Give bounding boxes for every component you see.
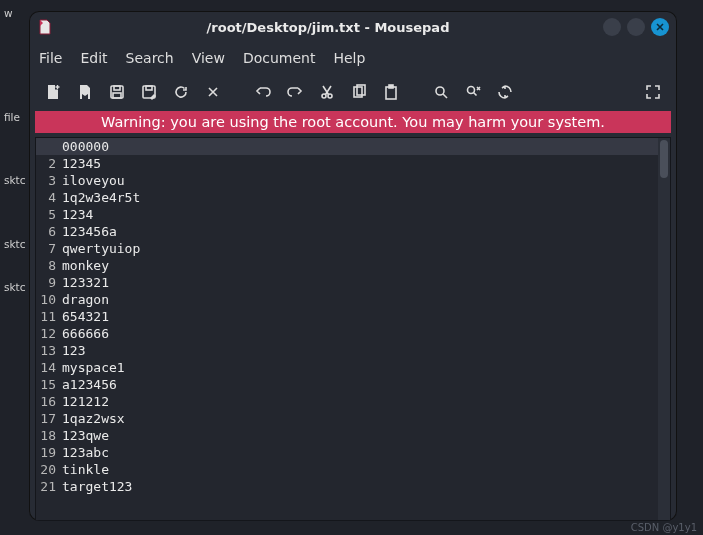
- cut-icon[interactable]: [313, 78, 341, 106]
- find-replace-icon[interactable]: [459, 78, 487, 106]
- line-number: 21: [36, 478, 56, 495]
- redo-icon[interactable]: [281, 78, 309, 106]
- root-warning-banner: Warning: you are using the root account.…: [35, 111, 671, 133]
- code-line[interactable]: a123456: [62, 376, 658, 393]
- maximize-button[interactable]: [627, 18, 645, 36]
- line-number: 5: [36, 206, 56, 223]
- code-line[interactable]: 123abc: [62, 444, 658, 461]
- line-number: 11: [36, 308, 56, 325]
- line-number: 14: [36, 359, 56, 376]
- minimize-button[interactable]: [603, 18, 621, 36]
- menu-search[interactable]: Search: [126, 50, 174, 66]
- line-number: 10: [36, 291, 56, 308]
- code-line[interactable]: 123456a: [62, 223, 658, 240]
- line-number: 15: [36, 376, 56, 393]
- code-line[interactable]: 654321: [62, 308, 658, 325]
- svg-point-7: [328, 94, 332, 98]
- code-line[interactable]: 1qaz2wsx: [62, 410, 658, 427]
- line-number: 2: [36, 155, 56, 172]
- toolbar: [29, 73, 677, 111]
- save-as-icon[interactable]: [135, 78, 163, 106]
- goto-icon[interactable]: [491, 78, 519, 106]
- code-line[interactable]: 000000: [62, 138, 658, 155]
- line-number: 3: [36, 172, 56, 189]
- close-button[interactable]: [651, 18, 669, 36]
- close-file-icon[interactable]: [199, 78, 227, 106]
- paste-icon[interactable]: [377, 78, 405, 106]
- save-file-icon[interactable]: [103, 78, 131, 106]
- code-line[interactable]: 123: [62, 342, 658, 359]
- line-number: 4: [36, 189, 56, 206]
- menu-help[interactable]: Help: [333, 50, 365, 66]
- svg-rect-3: [113, 93, 121, 98]
- line-number: 16: [36, 393, 56, 410]
- line-number: 12: [36, 325, 56, 342]
- line-number: 8: [36, 257, 56, 274]
- scrollbar-thumb[interactable]: [660, 140, 668, 178]
- svg-point-6: [322, 94, 326, 98]
- code-line[interactable]: iloveyou: [62, 172, 658, 189]
- code-line[interactable]: dragon: [62, 291, 658, 308]
- menu-view[interactable]: View: [192, 50, 225, 66]
- undo-icon[interactable]: [249, 78, 277, 106]
- app-icon: [37, 19, 53, 35]
- code-line[interactable]: 666666: [62, 325, 658, 342]
- copy-icon[interactable]: [345, 78, 373, 106]
- line-number: 20: [36, 461, 56, 478]
- line-number: 17: [36, 410, 56, 427]
- code-line[interactable]: target123: [62, 478, 658, 495]
- editor-area[interactable]: 123456789101112131415161718192021 000000…: [35, 137, 671, 521]
- svg-rect-2: [114, 86, 120, 90]
- text-content[interactable]: 00000012345iloveyou1q2w3e4r5t1234123456a…: [62, 138, 658, 520]
- open-file-icon[interactable]: [71, 78, 99, 106]
- svg-point-12: [436, 87, 444, 95]
- menu-document[interactable]: Document: [243, 50, 316, 66]
- line-number: 13: [36, 342, 56, 359]
- code-line[interactable]: myspace1: [62, 359, 658, 376]
- code-line[interactable]: 121212: [62, 393, 658, 410]
- line-number: 19: [36, 444, 56, 461]
- line-number: 6: [36, 223, 56, 240]
- code-line[interactable]: 12345: [62, 155, 658, 172]
- line-number: 9: [36, 274, 56, 291]
- line-number: 7: [36, 240, 56, 257]
- fullscreen-icon[interactable]: [639, 78, 667, 106]
- new-file-icon[interactable]: [39, 78, 67, 106]
- code-line[interactable]: tinkle: [62, 461, 658, 478]
- menu-file[interactable]: File: [39, 50, 62, 66]
- watermark-text: CSDN @y1y1: [631, 522, 697, 533]
- line-number-gutter: 123456789101112131415161718192021: [36, 138, 62, 520]
- svg-rect-5: [146, 86, 152, 90]
- menubar: File Edit Search View Document Help: [29, 43, 677, 73]
- code-line[interactable]: monkey: [62, 257, 658, 274]
- find-icon[interactable]: [427, 78, 455, 106]
- code-line[interactable]: 123321: [62, 274, 658, 291]
- reload-icon[interactable]: [167, 78, 195, 106]
- titlebar[interactable]: /root/Desktop/jim.txt - Mousepad: [29, 11, 677, 43]
- line-number: 18: [36, 427, 56, 444]
- code-line[interactable]: 1234: [62, 206, 658, 223]
- code-line[interactable]: 123qwe: [62, 427, 658, 444]
- svg-point-13: [468, 87, 475, 94]
- menu-edit[interactable]: Edit: [80, 50, 107, 66]
- code-line[interactable]: 1q2w3e4r5t: [62, 189, 658, 206]
- mousepad-window: /root/Desktop/jim.txt - Mousepad File Ed…: [29, 11, 677, 521]
- desktop-icon-fragments: w file sktc sktc sktc: [0, 0, 29, 320]
- svg-rect-11: [389, 85, 393, 88]
- code-line[interactable]: qwertyuiop: [62, 240, 658, 257]
- svg-rect-10: [386, 87, 396, 99]
- vertical-scrollbar[interactable]: [658, 138, 670, 520]
- window-title: /root/Desktop/jim.txt - Mousepad: [61, 20, 595, 35]
